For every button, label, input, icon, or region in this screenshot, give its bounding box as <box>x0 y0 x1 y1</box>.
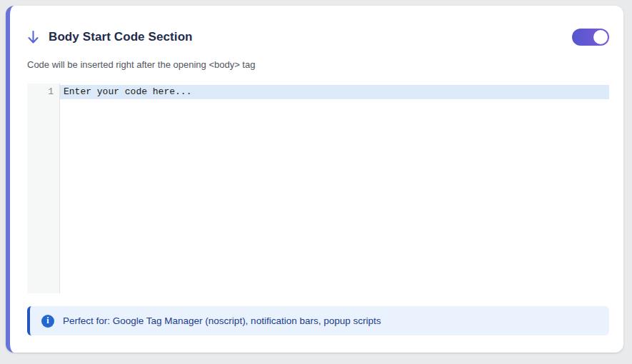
code-editor[interactable]: 1 Enter your code here... <box>27 84 609 293</box>
code-line-placeholder[interactable]: Enter your code here... <box>60 85 609 99</box>
info-banner-text: Perfect for: Google Tag Manager (noscrip… <box>63 315 381 326</box>
section-enabled-toggle[interactable] <box>572 29 609 46</box>
card-header: Body Start Code Section <box>27 27 609 46</box>
line-number: 1 <box>27 85 54 99</box>
code-input-area[interactable]: Enter your code here... <box>60 84 609 293</box>
info-icon: i <box>41 315 54 328</box>
toggle-knob <box>593 30 608 44</box>
body-start-code-card: Body Start Code Section Code will be ins… <box>6 6 623 353</box>
info-banner: i Perfect for: Google Tag Manager (noscr… <box>27 306 609 335</box>
section-title: Body Start Code Section <box>49 30 193 44</box>
down-arrow-icon <box>27 30 39 44</box>
section-description: Code will be inserted right after the op… <box>27 59 609 70</box>
editor-gutter: 1 <box>27 84 60 293</box>
header-title-group: Body Start Code Section <box>27 30 193 44</box>
